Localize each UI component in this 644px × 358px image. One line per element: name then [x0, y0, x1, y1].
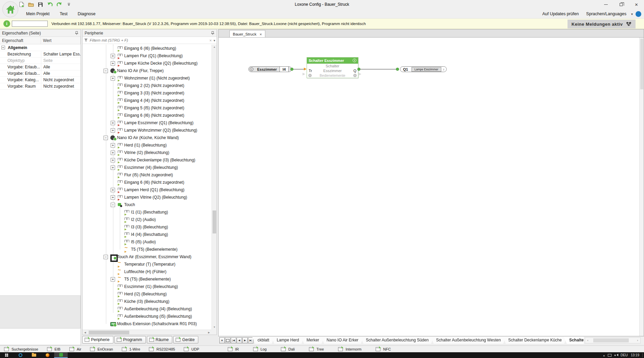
tree-expander-icon[interactable]: [111, 314, 115, 319]
tree-item[interactable]: Küche (I3) (Beleuchtung): [83, 298, 212, 305]
tree-item[interactable]: Eingang 5 (I5) (Nicht zugeordnet): [83, 104, 212, 112]
keyboard-language[interactable]: DEU: [621, 353, 628, 357]
document-tab[interactable]: Bauer_Struck: [229, 30, 265, 38]
pin-icon[interactable]: [75, 31, 79, 35]
page-tabs-scrollbar[interactable]: [585, 337, 641, 343]
tree-item[interactable]: Herd (I1) (Beleuchtung): [83, 141, 212, 149]
tree-expander-icon[interactable]: [111, 121, 115, 125]
output-connector-dot[interactable]: [290, 68, 293, 71]
page-tab[interactable]: Nano IO Air Erker: [321, 337, 364, 344]
status-bar-item[interactable]: Suchergebnisse: [4, 347, 38, 351]
show-desktop-button[interactable]: [642, 353, 643, 357]
tree-expander-icon[interactable]: [111, 61, 115, 66]
tree-item[interactable]: T5 (T5) (Bedienelemente): [83, 275, 212, 283]
scroll-down-icon[interactable]: [212, 325, 217, 330]
tree-item[interactable]: I5 (I5) (Audio): [83, 238, 212, 246]
tree-item[interactable]: Lampe Wohnzimmer (Q2) (Beleuchtung): [83, 127, 212, 134]
property-value[interactable]: Seite: [41, 58, 81, 64]
property-value[interactable]: Alle: [41, 70, 81, 76]
tree-expander-icon[interactable]: [104, 255, 108, 259]
tree-item[interactable]: Herd (I2) (Beleuchtung): [83, 290, 212, 298]
program-canvas[interactable]: i Esszimmer I4 Schalter Esszimmer i Scha…: [218, 37, 644, 336]
tree-expander-icon[interactable]: [111, 292, 115, 296]
tree-item[interactable]: Eingang 2 (I2) (Nicht zugeordnet): [83, 82, 212, 89]
scrollbar-thumb[interactable]: [640, 39, 643, 89]
loxone-config-taskbar-button[interactable]: [54, 352, 68, 358]
property-row[interactable]: Vorgabe: Erlaub... Alle: [0, 70, 81, 77]
tree-expander-icon[interactable]: [111, 143, 115, 148]
tree-item[interactable]: Lampen Flur (Q1) (Beleuchtung): [83, 52, 212, 60]
tree-expander-icon[interactable]: [111, 203, 115, 207]
status-bar-item[interactable]: EIB: [47, 347, 61, 351]
property-value[interactable]: Alle: [41, 64, 81, 70]
page-tab[interactable]: Schalter Lampe Esszimmer: [564, 337, 584, 344]
add-input-icon[interactable]: +: [308, 74, 312, 77]
property-value[interactable]: Nicht zugeordnet: [41, 83, 81, 89]
home-button[interactable]: [2, 1, 18, 17]
tree-item[interactable]: I4 (I4) (Beschattung): [83, 231, 212, 238]
volume-tray-icon[interactable]: [615, 354, 618, 357]
tree-expander-icon[interactable]: [111, 128, 115, 133]
scroll-right-icon[interactable]: [206, 330, 212, 335]
search-input[interactable]: [12, 21, 48, 27]
scroll-right-icon[interactable]: [635, 338, 640, 343]
properties-group-allgemein[interactable]: Allgemein: [0, 44, 81, 51]
no-messages-button[interactable]: Keine Meldungen aktiv: [568, 20, 636, 28]
tree-item[interactable]: Eingang 3 (I3) (Nicht zugeordnet): [83, 89, 212, 97]
column-header-eigenschaft[interactable]: Eigenschaft: [0, 37, 41, 44]
close-button[interactable]: [629, 0, 644, 9]
tree-item[interactable]: Lampen Herd (Q1) (Beleuchtung): [83, 186, 212, 194]
tree-expander-icon[interactable]: [104, 322, 108, 326]
status-bar-item[interactable]: IR: [228, 347, 239, 351]
menu-item[interactable]: Diagnose: [72, 9, 101, 19]
tree-expander-icon[interactable]: [111, 91, 115, 95]
start-button[interactable]: [0, 352, 14, 358]
tree-expander-icon[interactable]: [117, 218, 122, 222]
tree-expander-icon[interactable]: [111, 270, 115, 274]
tree-expander-icon[interactable]: [111, 277, 115, 282]
block-output-port[interactable]: Q: [349, 69, 358, 73]
chevron-down-icon[interactable]: [631, 12, 633, 16]
tree-expander-icon[interactable]: [111, 46, 115, 51]
input-reference[interactable]: i Esszimmer I4: [248, 66, 292, 72]
tree-item[interactable]: Vitrine (I2) (Beleuchtung): [83, 149, 212, 156]
status-bar-item[interactable]: NFC: [376, 347, 391, 351]
tree-expander-icon[interactable]: [104, 136, 108, 140]
block-input-port[interactable]: Tr: [307, 69, 316, 73]
tree-item[interactable]: Touch Air (Esszimmer, Esszimmer Wand): [83, 253, 212, 261]
scroll-up-icon[interactable]: [212, 45, 217, 49]
property-row[interactable]: Vorgabe: Kateg... Nicht zugeordnet: [0, 77, 81, 83]
scroll-left-icon[interactable]: [83, 330, 88, 335]
page-overview-icon[interactable]: [225, 337, 230, 343]
tree-item[interactable]: Lampen Vitrine (Q2) (Beleuchtung): [83, 194, 212, 201]
tree-item[interactable]: Küche Deckenlampe (I3) (Beleuchtung): [83, 156, 212, 164]
tree-item[interactable]: Luftfeuchte (H) (Fühler): [83, 268, 212, 275]
check-updates-menu-item[interactable]: Auf Updates prüfen: [539, 9, 581, 19]
status-bar-item[interactable]: RS232/485: [149, 347, 175, 351]
property-value[interactable]: Schalter Lampe Ess...: [41, 51, 81, 57]
tree-item[interactable]: I2 (I2) (Audio): [83, 216, 212, 223]
status-bar-item[interactable]: Dali: [281, 347, 295, 351]
tree-expander-icon[interactable]: [111, 180, 115, 185]
property-row[interactable]: Vorgabe: Erlaub... Alle: [0, 64, 81, 70]
tree-item[interactable]: Eingang 4 (I4) (Nicht zugeordnet): [83, 97, 212, 104]
menu-item[interactable]: Test: [54, 9, 72, 19]
dock-tab[interactable]: Räume: [147, 336, 173, 343]
close-tab-icon[interactable]: [260, 32, 262, 36]
function-block-titlebar[interactable]: Schalter Esszimmer i: [307, 58, 358, 64]
cortana-button[interactable]: [14, 352, 27, 358]
first-page-icon[interactable]: [231, 337, 236, 343]
tree-expander-icon[interactable]: [111, 84, 115, 88]
tree-expander-icon[interactable]: [111, 188, 115, 192]
block-info-icon[interactable]: i: [353, 59, 356, 62]
tree-item[interactable]: Esszimmer (I1) (Beleuchtung): [83, 283, 212, 290]
property-row[interactable]: Bezeichnung Schalter Lampe Ess...: [0, 51, 81, 58]
dock-tab[interactable]: Geräte: [173, 336, 198, 343]
status-bar-item[interactable]: EnOcean: [90, 347, 113, 351]
tree-item[interactable]: Nano IO Air (Küche, Küche Wand): [83, 134, 212, 141]
page-tab[interactable]: Schalter Außenbeleuchtung Westen: [431, 337, 506, 344]
filter-input[interactable]: [90, 38, 207, 42]
column-header-wert[interactable]: Wert: [41, 37, 81, 44]
tree-expander-icon[interactable]: [104, 69, 108, 73]
tree-expander-icon[interactable]: [117, 247, 122, 252]
